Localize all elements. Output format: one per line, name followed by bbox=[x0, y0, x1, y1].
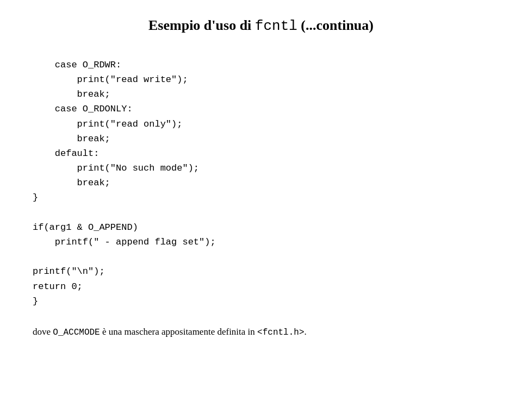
footer-text: dove O_ACCMODE è una maschera appositame… bbox=[33, 325, 489, 339]
title-suffix: (...continua) bbox=[297, 17, 374, 33]
footer-before: dove bbox=[33, 327, 53, 337]
title-text-normal: Esempio d'uso di bbox=[148, 17, 255, 33]
footer-period: . bbox=[304, 327, 307, 337]
title-mono: fcntl bbox=[255, 18, 297, 34]
footer-mono-end: <fcntl.h> bbox=[257, 328, 304, 337]
code-block: case O_RDWR: print("read write"); break;… bbox=[33, 58, 489, 309]
footer-mono-word: O_ACCMODE bbox=[53, 328, 100, 337]
page-title: Esempio d'uso di fcntl (...continua) bbox=[33, 16, 489, 36]
footer-middle: è una maschera appositamente definita in bbox=[100, 327, 257, 337]
